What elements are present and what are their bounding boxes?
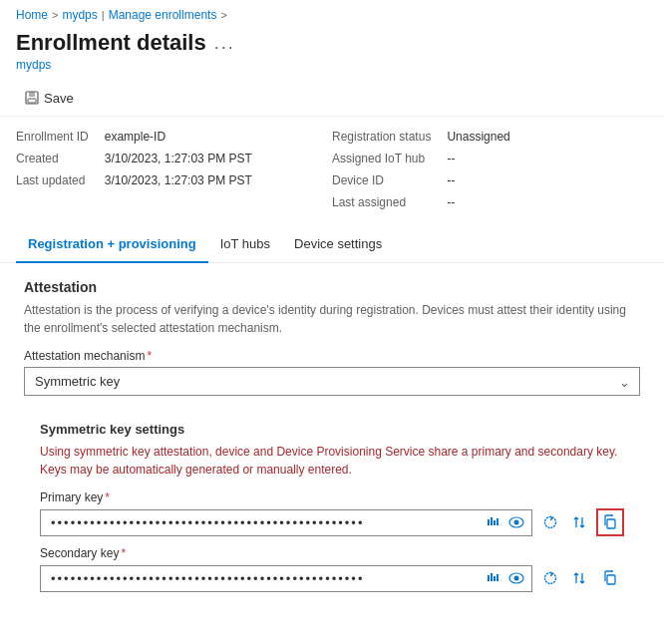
- secondary-key-eye-icon[interactable]: [506, 569, 526, 587]
- attestation-desc: Attestation is the process of verifying …: [24, 301, 640, 337]
- svg-rect-2: [28, 99, 36, 103]
- secondary-key-bar-icon[interactable]: [485, 569, 502, 587]
- tab-device-settings[interactable]: Device settings: [282, 226, 394, 263]
- breadcrumb-sep3: >: [220, 9, 226, 21]
- attestation-section: Attestation Attestation is the process o…: [24, 279, 640, 396]
- primary-key-arrows-button[interactable]: [566, 508, 594, 536]
- secondary-key-input-wrapper: [40, 565, 532, 592]
- device-id-value: --: [447, 170, 648, 190]
- svg-point-9: [545, 517, 556, 528]
- mechanism-select[interactable]: Symmetric key: [24, 367, 640, 396]
- primary-key-row: [40, 508, 624, 536]
- svg-rect-3: [488, 519, 490, 525]
- content-area: Attestation Attestation is the process o…: [0, 263, 664, 636]
- assigned-iot-label: Assigned IoT hub: [332, 149, 431, 168]
- sym-key-title: Symmetric key settings: [40, 422, 624, 437]
- secondary-key-input-icons: [485, 569, 526, 587]
- svg-point-17: [545, 573, 556, 584]
- arrows-icon-2: [572, 570, 588, 586]
- page-options-button[interactable]: ...: [214, 33, 235, 54]
- secondary-key-regenerate-button[interactable]: [536, 564, 564, 592]
- last-updated-value: 3/10/2023, 1:27:03 PM PST: [105, 170, 332, 190]
- regenerate-icon-2: [542, 570, 558, 586]
- primary-key-input[interactable]: [40, 509, 532, 536]
- primary-key-actions: [536, 508, 624, 536]
- last-assigned-value: --: [447, 192, 648, 212]
- svg-rect-10: [607, 519, 615, 528]
- svg-point-16: [514, 576, 519, 581]
- arrows-icon: [572, 514, 588, 530]
- svg-rect-5: [494, 520, 496, 525]
- sym-key-desc: Using symmetric key attestation, device …: [40, 443, 624, 479]
- page-subtitle: mydps: [0, 56, 664, 80]
- eye-icon-2: [508, 572, 524, 584]
- breadcrumb: Home > mydps | Manage enrollments >: [0, 0, 664, 26]
- bar-chart-icon: [487, 515, 500, 529]
- last-updated-label: Last updated: [16, 170, 89, 190]
- secondary-key-label: Secondary key*: [40, 546, 624, 560]
- copy-icon-2: [602, 570, 618, 586]
- bar-chart-icon-2: [487, 571, 500, 585]
- primary-key-copy-button[interactable]: [596, 508, 624, 536]
- breadcrumb-sep2: |: [102, 9, 105, 21]
- mechanism-required: *: [147, 349, 152, 363]
- tabs: Registration + provisioning IoT hubs Dev…: [0, 226, 664, 263]
- svg-rect-6: [497, 518, 498, 525]
- svg-rect-12: [491, 573, 493, 581]
- primary-key-input-wrapper: [40, 509, 532, 536]
- device-id-label: Device ID: [332, 170, 431, 190]
- sym-key-section: Symmetric key settings Using symmetric k…: [24, 410, 640, 608]
- primary-key-bar-icon[interactable]: [485, 513, 502, 531]
- svg-point-8: [514, 520, 519, 525]
- breadcrumb-sep1: >: [52, 9, 58, 21]
- mechanism-label: Attestation mechanism*: [24, 349, 640, 363]
- breadcrumb-manage[interactable]: Manage enrollments: [109, 8, 217, 22]
- svg-rect-18: [607, 575, 615, 584]
- svg-rect-11: [488, 575, 490, 581]
- primary-key-label: Primary key*: [40, 490, 624, 504]
- breadcrumb-mydps[interactable]: mydps: [62, 8, 97, 22]
- info-left: Enrollment ID example-ID Created 3/10/20…: [16, 127, 332, 212]
- svg-rect-13: [494, 576, 496, 581]
- enrollment-id-value: example-ID: [105, 127, 332, 147]
- secondary-key-required: *: [121, 546, 126, 560]
- svg-rect-4: [491, 517, 493, 525]
- secondary-key-input[interactable]: [40, 565, 532, 592]
- secondary-key-actions: [536, 564, 624, 592]
- svg-rect-1: [29, 92, 35, 97]
- reg-status-value: Unassigned: [447, 127, 648, 147]
- eye-icon: [508, 516, 524, 528]
- page-header: Enrollment details ...: [0, 26, 664, 56]
- enrollment-id-label: Enrollment ID: [16, 127, 89, 147]
- breadcrumb-home[interactable]: Home: [16, 8, 48, 22]
- info-section: Enrollment ID example-ID Created 3/10/20…: [0, 117, 664, 222]
- tab-iot-hubs[interactable]: IoT hubs: [208, 226, 282, 263]
- created-label: Created: [16, 149, 89, 168]
- secondary-key-row: [40, 564, 624, 592]
- save-icon: [24, 90, 40, 106]
- regenerate-icon: [542, 514, 558, 530]
- toolbar: Save: [0, 80, 664, 117]
- save-label: Save: [44, 91, 74, 106]
- primary-key-eye-icon[interactable]: [506, 513, 526, 531]
- last-assigned-label: Last assigned: [332, 192, 431, 212]
- mechanism-select-wrapper: Symmetric key: [24, 367, 640, 396]
- reg-status-label: Registration status: [332, 127, 431, 147]
- primary-key-input-icons: [485, 513, 526, 531]
- primary-key-required: *: [105, 490, 110, 504]
- created-value: 3/10/2023, 1:27:03 PM PST: [105, 149, 332, 168]
- primary-key-regenerate-button[interactable]: [536, 508, 564, 536]
- save-button[interactable]: Save: [16, 86, 82, 110]
- svg-rect-14: [497, 574, 498, 581]
- copy-icon: [602, 514, 618, 530]
- assigned-iot-value: --: [447, 149, 648, 168]
- secondary-key-arrows-button[interactable]: [566, 564, 594, 592]
- tab-registration[interactable]: Registration + provisioning: [16, 226, 208, 263]
- info-right: Registration status Unassigned Assigned …: [332, 127, 648, 212]
- attestation-title: Attestation: [24, 279, 640, 295]
- secondary-key-copy-button[interactable]: [596, 564, 624, 592]
- page-title: Enrollment details: [16, 30, 206, 56]
